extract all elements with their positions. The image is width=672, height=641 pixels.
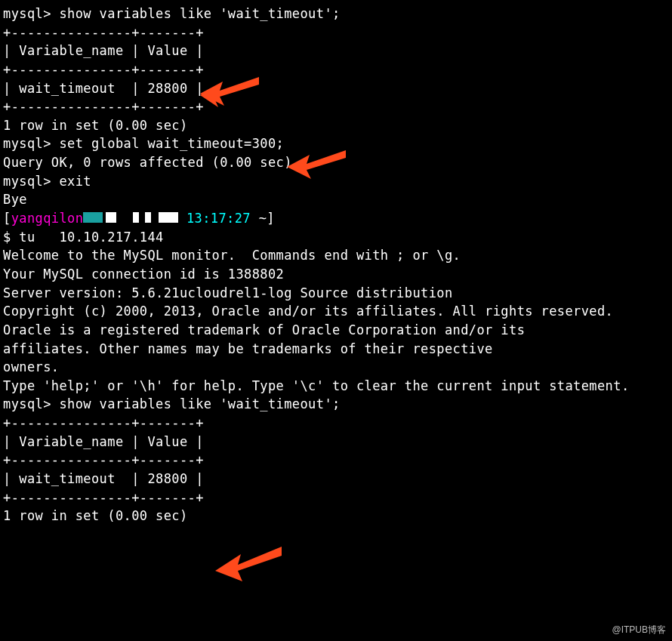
redacted <box>106 212 116 223</box>
bracket: ] <box>267 211 275 226</box>
copyright-line: Copyright (c) 2000, 2013, Oracle and/or … <box>3 302 669 321</box>
shell-time: 13:17:27 <box>186 211 251 226</box>
bracket: [ <box>3 211 11 226</box>
query-result: Query OK, 0 rows affected (0.00 sec) <box>3 153 669 172</box>
bye-line: Bye <box>3 190 669 209</box>
redacted <box>159 212 178 223</box>
table-border: +---------------+-------+ <box>3 23 669 42</box>
table-header: | Variable_name | Value | <box>3 42 669 60</box>
row-count: 1 row in set (0.00 sec) <box>3 507 669 525</box>
terminal-line: mysql> exit <box>3 172 669 191</box>
terminal-line: mysql> show variables like 'wait_timeout… <box>3 395 669 414</box>
welcome-line: Welcome to the MySQL monitor. Commands e… <box>3 246 669 265</box>
shell-user: yangqilon <box>11 211 84 226</box>
redacted <box>83 212 103 223</box>
oracle-line: affiliates. Other names may be trademark… <box>3 340 669 359</box>
watermark: @ITPUB博客 <box>612 624 666 636</box>
table-border: +---------------+-------+ <box>3 451 669 470</box>
oracle-line: Oracle is a registered trademark of Orac… <box>3 321 669 340</box>
redacted <box>145 212 151 223</box>
help-line: Type 'help;' or '\h' for help. Type '\c'… <box>3 377 669 396</box>
welcome-line: Your MySQL connection id is 1388802 <box>3 265 669 284</box>
annotation-arrow-icon <box>215 544 283 585</box>
table-row: | wait_timeout | 28800 | <box>3 470 669 488</box>
welcome-line: Server version: 5.6.21ucloudrel1-log Sou… <box>3 284 669 303</box>
oracle-line: owners. <box>3 358 669 377</box>
terminal-line: mysql> set global wait_timeout=300; <box>3 134 669 153</box>
terminal-line: mysql> show variables like 'wait_timeout… <box>3 5 669 23</box>
table-border: +---------------+-------+ <box>3 488 669 507</box>
table-header: | Variable_name | Value | <box>3 433 669 451</box>
redacted <box>133 212 139 223</box>
table-border: +---------------+-------+ <box>3 414 669 433</box>
svg-marker-2 <box>215 547 282 581</box>
table-border: +---------------+-------+ <box>3 97 669 116</box>
shell-command: $ tu 10.10.217.144 <box>3 228 669 247</box>
table-row: | wait_timeout | 28800 | <box>3 79 669 98</box>
shell-prompt: [yangqilon 13:17:27 ~] <box>3 209 669 228</box>
row-count: 1 row in set (0.00 sec) <box>3 116 669 135</box>
redacted <box>139 212 145 223</box>
shell-path: ~ <box>259 211 267 226</box>
table-border: +---------------+-------+ <box>3 60 669 79</box>
